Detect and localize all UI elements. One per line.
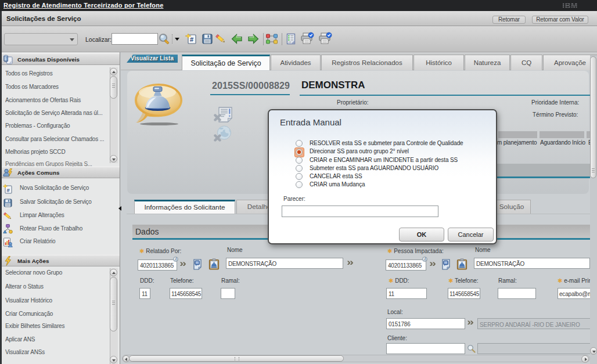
- svg-text:#: #: [7, 187, 10, 193]
- svg-text:#: #: [190, 36, 193, 43]
